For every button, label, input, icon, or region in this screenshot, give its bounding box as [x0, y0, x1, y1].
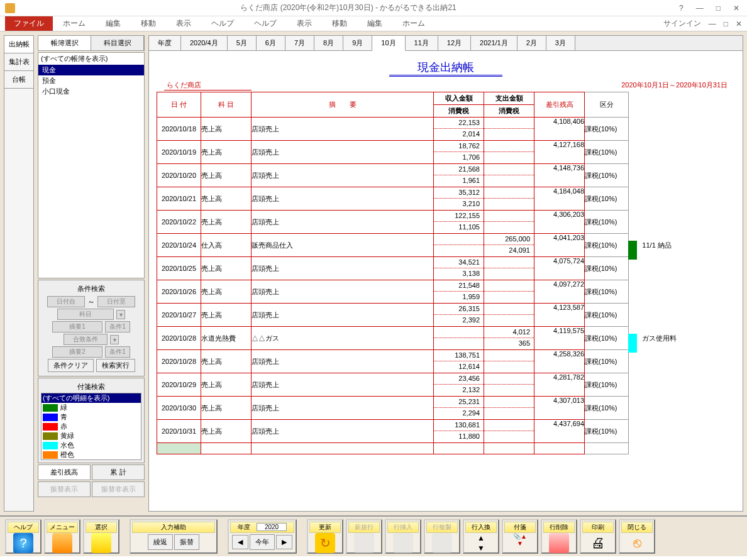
show-transfer-button[interactable]: 振替表示: [38, 481, 91, 497]
maximize-button[interactable]: □: [714, 3, 723, 14]
cell-subject[interactable]: 売上高: [201, 211, 252, 234]
cell-expense-tax[interactable]: [484, 315, 534, 326]
cell-desc[interactable]: 店頭売上: [252, 187, 434, 211]
cell-income[interactable]: 34,521: [434, 257, 484, 268]
ribbon-tab[interactable]: 移動: [322, 16, 357, 31]
cell-balance[interactable]: 4,127,168: [534, 141, 585, 164]
cell-desc[interactable]: 店頭売上: [252, 397, 434, 420]
cell-category[interactable]: 課税(10%): [585, 211, 629, 234]
cell-subject[interactable]: 売上高: [201, 164, 252, 187]
exit-icon[interactable]: ⎋: [627, 533, 647, 553]
cell-expense-tax[interactable]: [484, 385, 534, 396]
cell-expense[interactable]: [484, 118, 534, 129]
refresh-icon[interactable]: ↻: [315, 533, 335, 553]
cell-subject[interactable]: 売上高: [201, 118, 252, 141]
ribbon-close-icon[interactable]: ✕: [736, 19, 742, 28]
cell-expense-tax[interactable]: 24,091: [484, 245, 534, 256]
cell-subject[interactable]: 仕入高: [201, 234, 252, 257]
cell-desc[interactable]: 店頭売上: [252, 118, 434, 141]
period-tab[interactable]: 2021/1月: [471, 36, 517, 50]
cell-income-tax[interactable]: 1,961: [434, 175, 484, 187]
cell-expense-tax[interactable]: [484, 292, 534, 303]
cell-expense[interactable]: [484, 141, 534, 152]
cell-income-tax[interactable]: 2,014: [434, 129, 484, 140]
tag-item[interactable]: 黄緑: [42, 431, 141, 441]
period-tab[interactable]: 2月: [517, 36, 546, 50]
cell-desc[interactable]: 店頭売上: [252, 304, 434, 327]
table-row[interactable]: 2020/10/29 売上高 店頭売上 23,4562,132 4,281,78…: [157, 373, 629, 397]
cell-date[interactable]: 2020/10/21: [157, 187, 201, 211]
cell-desc[interactable]: 店頭売上: [252, 373, 434, 397]
table-row[interactable]: 2020/10/27 売上高 店頭売上 26,3152,392 4,123,58…: [157, 304, 629, 327]
next-year-button[interactable]: ▶: [276, 535, 292, 549]
cell-desc[interactable]: 店頭売上: [252, 164, 434, 187]
period-tab[interactable]: 10月: [372, 36, 405, 51]
left-tab[interactable]: 出納帳: [4, 36, 33, 53]
cell-desc[interactable]: 店頭売上: [252, 420, 434, 443]
cell-category[interactable]: 課税(10%): [585, 350, 629, 373]
cell-category[interactable]: 課税(10%): [585, 373, 629, 397]
cell-balance[interactable]: 4,075,724: [534, 257, 585, 280]
cell-balance[interactable]: 4,123,587: [534, 304, 585, 327]
period-tab[interactable]: 11月: [406, 36, 438, 50]
cell-expense[interactable]: 265,000: [484, 234, 534, 245]
cell-income-tax[interactable]: 1,706: [434, 152, 484, 163]
cell-date[interactable]: 2020/10/20: [157, 164, 201, 187]
cell-income[interactable]: [434, 234, 484, 245]
period-tab[interactable]: 9月: [343, 36, 372, 50]
close-button[interactable]: ✕: [731, 3, 742, 14]
cell-balance[interactable]: 4,306,203: [534, 211, 585, 234]
table-row[interactable]: 2020/10/24 仕入高 販売商品仕入 265,00024,091 4,04…: [157, 234, 629, 257]
match-select[interactable]: 合致条件: [64, 334, 108, 345]
cell-date[interactable]: 2020/10/30: [157, 397, 201, 420]
ribbon-restore-icon[interactable]: □: [724, 19, 728, 28]
cell-income[interactable]: 22,153: [434, 118, 484, 129]
transfer-button[interactable]: 振替: [174, 534, 199, 550]
signin-link[interactable]: サインイン: [663, 18, 701, 29]
file-tab[interactable]: ファイル: [5, 16, 53, 31]
cell-expense[interactable]: [484, 164, 534, 175]
cond1-select[interactable]: 条件1: [105, 321, 130, 332]
cell-income[interactable]: 18,762: [434, 141, 484, 152]
cell-income[interactable]: 25,231: [434, 397, 484, 408]
total-button[interactable]: 累 計: [92, 464, 145, 480]
cell-date[interactable]: 2020/10/31: [157, 420, 201, 443]
cell-desc[interactable]: 店頭売上: [252, 141, 434, 164]
sidebar-tab[interactable]: 帳簿選択: [38, 36, 91, 50]
cell-subject[interactable]: 売上高: [201, 397, 252, 420]
cell-expense[interactable]: [484, 280, 534, 292]
balance-button[interactable]: 差引残高: [38, 464, 91, 480]
match-dropdown-icon[interactable]: ▾: [110, 335, 119, 344]
table-row[interactable]: 2020/10/31 売上高 店頭売上 130,68111,880 4,437,…: [157, 420, 629, 443]
table-row[interactable]: 2020/10/20 売上高 店頭売上 21,5681,961 4,148,73…: [157, 164, 629, 187]
cell-expense-tax[interactable]: [484, 152, 534, 163]
cell-subject[interactable]: 売上高: [201, 373, 252, 397]
tag-icon[interactable]: 📎▲▼: [510, 533, 530, 553]
cell-expense[interactable]: [484, 304, 534, 315]
subject-input[interactable]: 科目: [57, 309, 114, 320]
table-row[interactable]: 2020/10/22 売上高 店頭売上 122,15511,105 4,306,…: [157, 211, 629, 234]
cell-category[interactable]: 課税(10%)ガス使用料: [585, 327, 629, 350]
cell-date[interactable]: 2020/10/22: [157, 211, 201, 234]
table-row[interactable]: 2020/10/28 水道光熱費 △△ガス 4,012365 4,119,575…: [157, 327, 629, 350]
desc2-input[interactable]: 摘要2: [52, 346, 102, 358]
period-tab[interactable]: 年度: [149, 36, 181, 50]
table-row[interactable]: 2020/10/21 売上高 店頭売上 35,3123,210 4,184,04…: [157, 187, 629, 211]
cell-income[interactable]: 138,751: [434, 350, 484, 361]
cell-expense[interactable]: [484, 257, 534, 268]
period-tab[interactable]: 12月: [438, 36, 471, 50]
hide-transfer-button[interactable]: 振替非表示: [92, 481, 145, 497]
this-year-button[interactable]: 今年: [250, 534, 275, 550]
sidebar-tab[interactable]: 科目選択: [91, 36, 144, 50]
cell-subject[interactable]: 売上高: [201, 187, 252, 211]
period-tab[interactable]: 5月: [228, 36, 257, 50]
cell-subject[interactable]: 水道光熱費: [201, 327, 252, 350]
ribbon-tab[interactable]: ヘルプ: [201, 16, 244, 31]
cell-income-tax[interactable]: 1,959: [434, 292, 484, 303]
cell-expense[interactable]: [484, 373, 534, 385]
repeat-button[interactable]: 繰返: [148, 534, 173, 550]
search-exec-button[interactable]: 検索実行: [96, 359, 135, 372]
ribbon-tab[interactable]: 移動: [131, 16, 166, 31]
cell-expense[interactable]: [484, 420, 534, 431]
select-icon[interactable]: [91, 533, 111, 553]
